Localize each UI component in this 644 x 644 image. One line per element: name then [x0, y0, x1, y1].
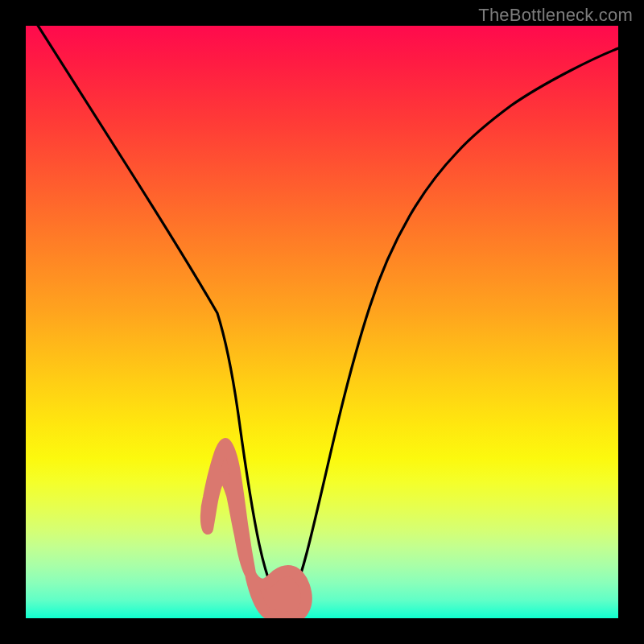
plot-area	[26, 26, 618, 618]
bottleneck-curve	[26, 26, 618, 609]
chart-stage: TheBottleneck.com	[0, 0, 644, 644]
watermark-text: TheBottleneck.com	[478, 5, 633, 26]
chart-svg-layer	[26, 26, 618, 618]
